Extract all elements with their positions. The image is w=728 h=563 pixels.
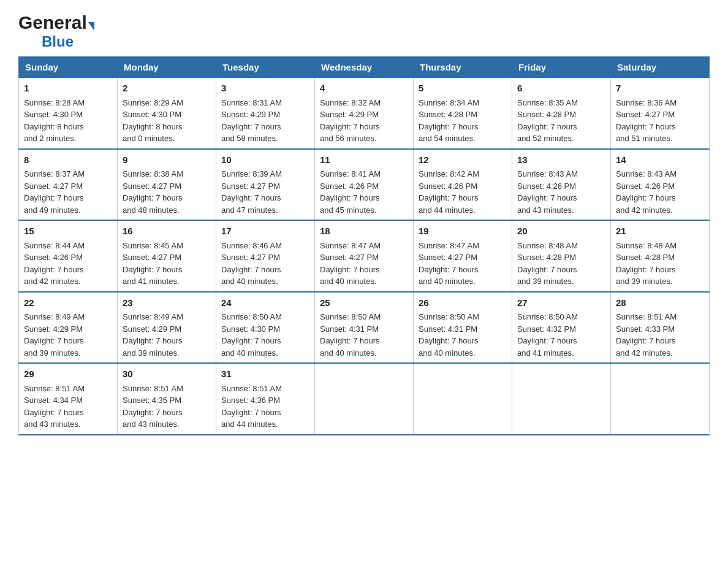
weekday-header-thursday: Thursday xyxy=(414,57,512,78)
calendar-cell xyxy=(315,363,414,435)
day-sunset: Sunset: 4:26 PM xyxy=(616,182,675,191)
day-number: 31 xyxy=(221,367,309,381)
logo-general-text: General xyxy=(18,12,87,33)
day-sunrise: Sunrise: 8:44 AM xyxy=(24,241,85,250)
weekday-header-monday: Monday xyxy=(118,57,216,78)
day-number: 5 xyxy=(419,82,507,96)
day-sunset: Sunset: 4:36 PM xyxy=(221,396,280,405)
day-sunrise: Sunrise: 8:37 AM xyxy=(24,169,85,178)
day-daylight: Daylight: 7 hours xyxy=(24,336,84,345)
calendar-table: SundayMondayTuesdayWednesdayThursdayFrid… xyxy=(18,56,710,435)
day-number: 27 xyxy=(517,296,605,310)
day-sunset: Sunset: 4:27 PM xyxy=(616,110,675,119)
day-number: 22 xyxy=(24,296,112,310)
weekday-header-row: SundayMondayTuesdayWednesdayThursdayFrid… xyxy=(19,57,710,78)
day-number: 26 xyxy=(419,296,507,310)
logo-blue-line: Blue xyxy=(18,33,74,50)
logo-blue-text: Blue xyxy=(42,33,74,50)
day-number: 16 xyxy=(123,224,211,239)
calendar-cell: 14 Sunrise: 8:43 AM Sunset: 4:26 PM Dayl… xyxy=(611,149,710,221)
day-sunrise: Sunrise: 8:46 AM xyxy=(221,241,282,250)
day-daylight-cont: and 43 minutes. xyxy=(123,419,180,429)
page-header: General Blue xyxy=(18,12,710,50)
calendar-week-row-2: 8 Sunrise: 8:37 AM Sunset: 4:27 PM Dayli… xyxy=(19,149,710,221)
day-sunrise: Sunrise: 8:50 AM xyxy=(419,312,479,321)
day-daylight-cont: and 39 minutes. xyxy=(123,348,180,358)
day-daylight: Daylight: 7 hours xyxy=(616,193,676,202)
day-sunrise: Sunrise: 8:45 AM xyxy=(123,241,183,250)
calendar-cell: 3 Sunrise: 8:31 AM Sunset: 4:29 PM Dayli… xyxy=(216,78,315,149)
day-sunrise: Sunrise: 8:43 AM xyxy=(616,169,677,178)
day-number: 15 xyxy=(24,224,112,239)
calendar-cell: 28 Sunrise: 8:51 AM Sunset: 4:33 PM Dayl… xyxy=(611,292,710,364)
day-sunrise: Sunrise: 8:50 AM xyxy=(221,312,282,321)
calendar-cell xyxy=(611,363,710,435)
day-daylight: Daylight: 7 hours xyxy=(24,193,84,202)
day-number: 11 xyxy=(320,153,408,167)
day-daylight-cont: and 2 minutes. xyxy=(24,134,76,143)
day-daylight: Daylight: 7 hours xyxy=(123,265,183,274)
day-daylight-cont: and 52 minutes. xyxy=(517,134,574,143)
calendar-cell: 16 Sunrise: 8:45 AM Sunset: 4:27 PM Dayl… xyxy=(118,220,216,292)
day-number: 10 xyxy=(221,153,309,167)
day-daylight-cont: and 43 minutes. xyxy=(24,419,81,429)
calendar-cell: 30 Sunrise: 8:51 AM Sunset: 4:35 PM Dayl… xyxy=(118,363,216,435)
day-daylight-cont: and 42 minutes. xyxy=(616,348,673,358)
day-sunset: Sunset: 4:28 PM xyxy=(517,253,576,262)
calendar-cell: 2 Sunrise: 8:29 AM Sunset: 4:30 PM Dayli… xyxy=(118,78,216,149)
day-daylight-cont: and 39 minutes. xyxy=(616,277,673,286)
day-number: 6 xyxy=(517,82,605,96)
day-number: 21 xyxy=(616,224,704,239)
logo-general-line: General xyxy=(18,12,94,33)
day-daylight-cont: and 44 minutes. xyxy=(419,205,476,215)
day-sunset: Sunset: 4:29 PM xyxy=(320,110,379,119)
day-daylight: Daylight: 7 hours xyxy=(517,336,577,345)
day-daylight: Daylight: 7 hours xyxy=(616,122,676,131)
calendar-cell: 24 Sunrise: 8:50 AM Sunset: 4:30 PM Dayl… xyxy=(216,292,315,364)
day-sunrise: Sunrise: 8:38 AM xyxy=(123,169,183,178)
calendar-cell: 1 Sunrise: 8:28 AM Sunset: 4:30 PM Dayli… xyxy=(19,78,118,149)
day-daylight-cont: and 41 minutes. xyxy=(517,348,574,358)
calendar-cell: 20 Sunrise: 8:48 AM Sunset: 4:28 PM Dayl… xyxy=(512,220,611,292)
day-daylight: Daylight: 7 hours xyxy=(24,408,84,417)
day-daylight-cont: and 43 minutes. xyxy=(517,205,574,215)
calendar-cell: 6 Sunrise: 8:35 AM Sunset: 4:28 PM Dayli… xyxy=(512,78,611,149)
day-sunset: Sunset: 4:32 PM xyxy=(517,324,576,334)
day-number: 19 xyxy=(419,224,507,239)
weekday-header-sunday: Sunday xyxy=(19,57,118,78)
day-sunset: Sunset: 4:27 PM xyxy=(320,253,379,262)
day-sunset: Sunset: 4:31 PM xyxy=(320,324,379,334)
day-sunrise: Sunrise: 8:51 AM xyxy=(123,384,183,393)
day-sunrise: Sunrise: 8:28 AM xyxy=(24,98,85,107)
day-daylight-cont: and 54 minutes. xyxy=(419,134,476,143)
day-number: 28 xyxy=(616,296,704,310)
day-daylight: Daylight: 7 hours xyxy=(419,265,479,274)
day-daylight-cont: and 47 minutes. xyxy=(221,205,278,215)
day-sunrise: Sunrise: 8:49 AM xyxy=(24,312,85,321)
day-daylight: Daylight: 7 hours xyxy=(320,265,380,274)
day-daylight-cont: and 39 minutes. xyxy=(24,348,81,358)
day-daylight-cont: and 40 minutes. xyxy=(221,348,278,358)
day-sunset: Sunset: 4:34 PM xyxy=(24,396,83,405)
calendar-cell: 9 Sunrise: 8:38 AM Sunset: 4:27 PM Dayli… xyxy=(118,149,216,221)
day-sunset: Sunset: 4:29 PM xyxy=(24,324,83,334)
day-daylight: Daylight: 8 hours xyxy=(123,122,183,131)
calendar-cell: 23 Sunrise: 8:49 AM Sunset: 4:29 PM Dayl… xyxy=(118,292,216,364)
day-number: 8 xyxy=(24,153,112,167)
day-number: 4 xyxy=(320,82,408,96)
day-sunrise: Sunrise: 8:47 AM xyxy=(419,241,479,250)
day-daylight-cont: and 40 minutes. xyxy=(419,277,476,286)
calendar-cell: 26 Sunrise: 8:50 AM Sunset: 4:31 PM Dayl… xyxy=(414,292,512,364)
day-daylight: Daylight: 7 hours xyxy=(123,193,183,202)
calendar-week-row-5: 29 Sunrise: 8:51 AM Sunset: 4:34 PM Dayl… xyxy=(19,363,710,435)
day-daylight: Daylight: 7 hours xyxy=(320,336,380,345)
calendar-cell: 27 Sunrise: 8:50 AM Sunset: 4:32 PM Dayl… xyxy=(512,292,611,364)
day-sunset: Sunset: 4:31 PM xyxy=(419,324,477,334)
day-number: 3 xyxy=(221,82,309,96)
calendar-week-row-1: 1 Sunrise: 8:28 AM Sunset: 4:30 PM Dayli… xyxy=(19,78,710,149)
day-sunrise: Sunrise: 8:51 AM xyxy=(616,312,677,321)
calendar-cell: 4 Sunrise: 8:32 AM Sunset: 4:29 PM Dayli… xyxy=(315,78,414,149)
day-sunrise: Sunrise: 8:50 AM xyxy=(517,312,578,321)
day-sunrise: Sunrise: 8:35 AM xyxy=(517,98,578,107)
calendar-cell: 25 Sunrise: 8:50 AM Sunset: 4:31 PM Dayl… xyxy=(315,292,414,364)
